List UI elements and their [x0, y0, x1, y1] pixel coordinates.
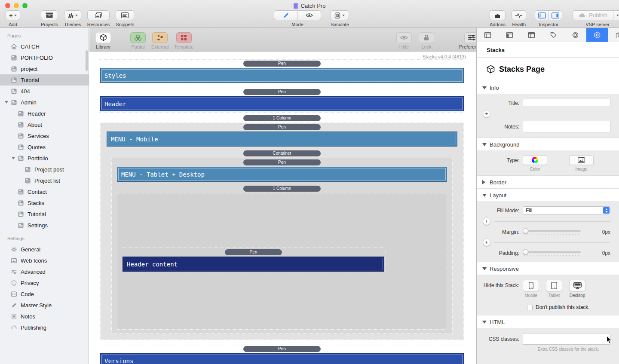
tab-stacks-settings[interactable] — [586, 28, 608, 42]
resources-button[interactable] — [87, 10, 110, 20]
sidebar-item-web-icons[interactable]: Web Icons — [0, 255, 89, 266]
section-header-html[interactable]: HTML — [477, 315, 619, 328]
stack-bar-header-content[interactable]: Header content — [123, 257, 384, 272]
fill-mode-select[interactable]: Fill — [523, 206, 610, 214]
stack-pill-pen[interactable]: Pen — [243, 124, 321, 130]
sidebar-item-services[interactable]: Services — [0, 130, 89, 141]
stack-pill-pen[interactable]: Pen — [243, 346, 321, 352]
add-padding-button[interactable]: + — [483, 239, 490, 246]
stack-pill-one-column[interactable]: 1 Column — [243, 186, 321, 192]
section-header-layout[interactable]: Layout — [477, 188, 619, 201]
partial-button[interactable] — [130, 32, 146, 43]
stack-pill-pen[interactable]: Pen — [243, 89, 321, 95]
left-inspector-toggle-button[interactable] — [535, 11, 549, 20]
sidebar-item-about[interactable]: About — [0, 119, 89, 130]
sidebar-item-tutorial[interactable]: Tutorial — [0, 74, 89, 86]
background-color-button[interactable] — [523, 155, 547, 165]
sidebar-item-header[interactable]: Header — [0, 108, 89, 119]
library-button[interactable] — [95, 32, 111, 43]
stack-pill-pen[interactable]: Pen — [225, 249, 282, 255]
stack-one-column-group[interactable]: 1 Column Pen MENU - Mobile Container Pen… — [99, 114, 465, 341]
sidebar-item-privacy[interactable]: Privacy — [0, 277, 89, 288]
stack-pill-pen[interactable]: Pen — [243, 159, 321, 165]
stack-bar-styles[interactable]: Styles — [100, 68, 464, 83]
publish-button[interactable]: Publish — [573, 10, 619, 20]
disclosure-triangle-icon[interactable] — [5, 101, 8, 104]
edit-mode-button[interactable] — [274, 11, 297, 20]
sidebar-item-advanced[interactable]: Advanced — [0, 266, 89, 277]
lock-button[interactable] — [419, 32, 434, 43]
stack-pill-container[interactable]: Container — [243, 150, 321, 156]
dont-publish-checkbox[interactable] — [527, 305, 533, 310]
sidebar-item-settings[interactable]: Settings — [0, 220, 89, 231]
publish-options-button[interactable] — [613, 11, 619, 20]
themes-button[interactable] — [64, 10, 81, 20]
tab-metadata[interactable] — [542, 28, 564, 42]
add-margin-button[interactable]: + — [483, 217, 490, 225]
sidebar-item-publishing[interactable]: Publishing — [0, 322, 89, 333]
sidebar-item-contact[interactable]: Contact — [0, 186, 89, 197]
sidebar-item-portfolio[interactable]: PORTFOLIO — [0, 52, 89, 63]
css-classes-input[interactable] — [523, 333, 610, 345]
stack-pill-one-column[interactable]: 1 Column — [243, 115, 321, 121]
sidebar-item-404[interactable]: 404 — [0, 86, 89, 97]
section-header-border[interactable]: Border — [477, 175, 619, 188]
margin-slider[interactable] — [523, 228, 581, 236]
background-image-button[interactable] — [569, 155, 594, 165]
addons-button[interactable] — [490, 10, 506, 20]
template-button[interactable] — [176, 32, 192, 43]
inner-column-content-area[interactable]: Pen Header content — [117, 193, 447, 330]
stack-styles[interactable]: Pen Styles — [99, 59, 465, 84]
sidebar-item-tutorial[interactable]: Tutorial — [0, 208, 89, 220]
hide-button[interactable] — [396, 32, 412, 43]
add-button[interactable]: + — [6, 10, 20, 20]
right-inspector-toggle-button[interactable] — [549, 11, 562, 20]
section-header-info[interactable]: Info — [477, 81, 619, 94]
projects-button[interactable] — [41, 10, 58, 20]
hide-mobile-button[interactable] — [523, 280, 539, 291]
tab-pages[interactable] — [608, 28, 619, 42]
sidebar-item-notes[interactable]: Notes — [0, 311, 89, 322]
sidebar-item-master-style[interactable]: Master Style — [0, 300, 89, 311]
slider-thumb[interactable] — [523, 228, 528, 234]
stack-versions[interactable]: Pen Versions — [99, 345, 465, 364]
external-button[interactable] — [152, 32, 168, 43]
sidebar-item-admin[interactable]: Admin — [0, 97, 89, 108]
one-column-content-area[interactable]: Pen MENU - Mobile Container Pen MENU - T… — [100, 122, 464, 340]
padding-slider[interactable] — [523, 249, 581, 257]
snippets-button[interactable] — [116, 10, 134, 20]
header-content-group[interactable]: Pen Header content — [121, 248, 386, 273]
sidebar-item-general[interactable]: General — [0, 244, 89, 255]
tab-sidebar-layout[interactable] — [499, 28, 521, 42]
sidebar-item-project[interactable]: project — [0, 63, 89, 74]
notes-input[interactable] — [523, 121, 610, 132]
hide-tablet-button[interactable] — [546, 280, 562, 291]
tab-banner-layout[interactable] — [521, 28, 542, 42]
sidebar-scrollbar[interactable] — [86, 50, 88, 71]
stack-header[interactable]: Pen Header — [99, 88, 465, 113]
stack-bar-header[interactable]: Header — [100, 96, 464, 111]
tab-theme[interactable] — [564, 28, 586, 42]
stack-bar-menu-mobile[interactable]: MENU - Mobile — [107, 132, 457, 147]
sidebar-item-catch[interactable]: CATCH — [0, 41, 89, 52]
stack-bar-menu-tablet-desktop[interactable]: MENU - Tablet + Desktop — [117, 167, 447, 182]
title-input[interactable] — [523, 99, 610, 107]
sidebar-item-project-post[interactable]: Project post — [0, 164, 89, 175]
stack-bar-versions[interactable]: Versions — [100, 353, 464, 364]
sidebar-item-stacks[interactable]: Stacks — [0, 197, 89, 208]
sidebar-item-project-list[interactable]: Project list — [0, 175, 89, 186]
section-header-background[interactable]: Background — [477, 138, 619, 150]
health-button[interactable] — [512, 10, 526, 20]
sidebar-item-portfolio[interactable]: Portfolio — [0, 153, 89, 164]
slider-thumb[interactable] — [523, 249, 528, 255]
stack-pill-pen[interactable]: Pen — [243, 61, 321, 67]
simulate-button[interactable] — [331, 10, 349, 20]
tab-page-layout[interactable] — [477, 28, 499, 42]
preview-mode-button[interactable] — [297, 11, 321, 20]
sidebar-item-code[interactable]: Code — [0, 288, 89, 300]
hide-desktop-button[interactable] — [569, 280, 585, 291]
sidebar-item-quotes[interactable]: Quotes — [0, 141, 89, 153]
container-content-area[interactable]: Pen MENU - Tablet + Desktop 1 Column Pen… — [111, 158, 453, 334]
add-info-button[interactable]: + — [483, 110, 490, 118]
disclosure-triangle-icon[interactable] — [12, 157, 15, 159]
